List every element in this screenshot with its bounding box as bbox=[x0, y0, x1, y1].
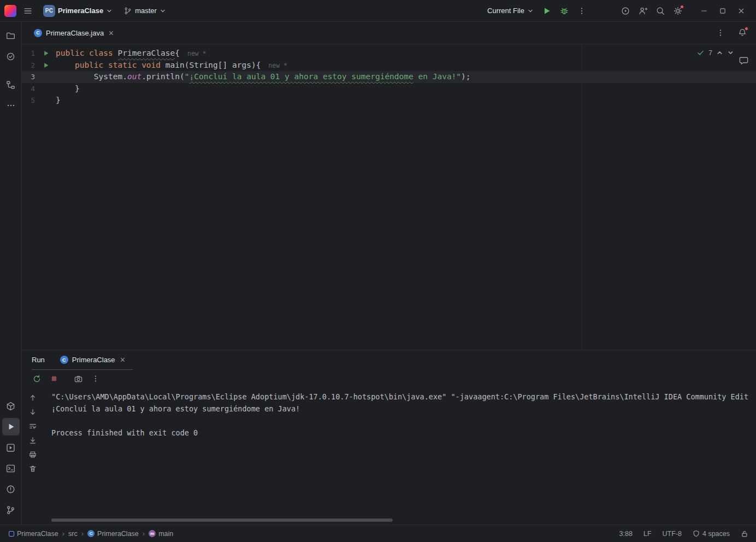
breadcrumb-label: PrimeraClase bbox=[97, 530, 139, 538]
problems-toolwindow-icon[interactable] bbox=[2, 480, 20, 498]
line-number: 3 bbox=[22, 71, 36, 83]
rerun-button[interactable] bbox=[28, 370, 45, 387]
breadcrumb-item[interactable]: src bbox=[68, 530, 78, 538]
console-tab-close-icon[interactable] bbox=[119, 356, 126, 363]
services-toolwindow-icon[interactable] bbox=[2, 439, 20, 456]
code-line[interactable]: 1public class PrimeraClase{new * bbox=[22, 48, 756, 60]
console-more-options-icon[interactable] bbox=[87, 370, 104, 387]
code-token: ); bbox=[461, 72, 470, 81]
project-avatar: PC bbox=[43, 5, 55, 17]
version-control-toolwindow-icon[interactable] bbox=[2, 501, 20, 519]
close-button[interactable] bbox=[732, 3, 751, 19]
caret-position-widget[interactable]: 3:88 bbox=[619, 530, 633, 538]
run-gutter-play-icon[interactable] bbox=[43, 62, 49, 68]
run-gutter-play-icon[interactable] bbox=[43, 50, 49, 56]
code-line[interactable]: 2 public static void main(String[] args)… bbox=[22, 60, 756, 72]
run-toolwindow-title[interactable]: Run bbox=[32, 356, 45, 364]
horizontal-scrollbar[interactable] bbox=[51, 519, 393, 522]
code-line[interactable]: 4 } bbox=[22, 83, 756, 95]
run-console-tab[interactable]: PrimeraClase bbox=[56, 350, 131, 370]
up-stack-trace-icon[interactable] bbox=[26, 391, 40, 405]
main-menu-button[interactable] bbox=[20, 3, 36, 19]
editor-wrapper: 1public class PrimeraClase{new *2 public… bbox=[22, 44, 756, 350]
encoding-widget[interactable]: UTF-8 bbox=[663, 530, 682, 538]
debug-button[interactable] bbox=[556, 3, 572, 19]
git-branch-widget[interactable]: master bbox=[120, 3, 170, 19]
code-line[interactable]: 3 System.out.println("¡Concluí la aula 0… bbox=[22, 71, 756, 83]
run-configuration-label: Current File bbox=[487, 7, 524, 15]
run-console-toolbar bbox=[22, 370, 756, 387]
code-text: } bbox=[56, 83, 80, 95]
ai-assistant-icon[interactable] bbox=[617, 3, 634, 19]
editor[interactable]: 1public class PrimeraClase{new *2 public… bbox=[22, 44, 756, 350]
project-icon bbox=[9, 531, 14, 537]
editor-tab-primeraclase[interactable]: PrimeraClase.java bbox=[28, 22, 120, 44]
settings-update-badge bbox=[680, 5, 684, 9]
soft-wrap-icon[interactable] bbox=[26, 419, 40, 433]
more-actions-button[interactable] bbox=[574, 3, 590, 19]
code-token: en Java!" bbox=[414, 72, 461, 81]
commit-toolwindow-icon[interactable] bbox=[2, 48, 20, 65]
titlebar-left: PC PrimeraClase master bbox=[4, 3, 170, 19]
run-line-gutter[interactable] bbox=[36, 48, 56, 60]
chevron-down-icon bbox=[106, 8, 113, 14]
run-line-gutter[interactable] bbox=[36, 60, 56, 72]
breadcrumb-item[interactable]: PrimeraClase bbox=[87, 530, 139, 538]
read-only-lock-icon[interactable] bbox=[741, 530, 748, 538]
next-problem-icon[interactable] bbox=[727, 49, 734, 56]
project-widget[interactable]: PC PrimeraClase bbox=[39, 3, 116, 19]
project-toolwindow-icon[interactable] bbox=[2, 27, 20, 44]
code-line[interactable]: 5} bbox=[22, 95, 756, 107]
more-toolwindows-icon[interactable] bbox=[2, 97, 20, 114]
git-branch-icon bbox=[123, 7, 132, 15]
tab-close-icon[interactable] bbox=[108, 30, 115, 37]
scroll-to-end-icon[interactable] bbox=[26, 433, 40, 447]
project-name: PrimeraClase bbox=[58, 7, 103, 15]
java-class-icon bbox=[34, 29, 42, 37]
settings-button[interactable] bbox=[670, 3, 686, 19]
minimize-button[interactable] bbox=[695, 3, 713, 19]
breadcrumb-separator: › bbox=[143, 529, 145, 538]
clear-console-icon[interactable] bbox=[26, 462, 40, 476]
line-separator-widget[interactable]: LF bbox=[643, 530, 652, 538]
left-toolwindow-bar bbox=[0, 22, 22, 525]
code-token: } bbox=[56, 96, 61, 104]
branch-name: master bbox=[135, 7, 157, 15]
code-token: } bbox=[56, 84, 80, 93]
breadcrumb-item[interactable]: main bbox=[149, 530, 173, 538]
notifications-bell-icon[interactable] bbox=[734, 25, 751, 41]
console-output[interactable]: "C:\Users\AMD\AppData\Local\Programs\Ecl… bbox=[44, 387, 756, 525]
thread-dump-camera-icon[interactable] bbox=[70, 370, 86, 387]
main-area: PrimeraClase.java 1public c bbox=[0, 22, 756, 525]
breadcrumb-label: main bbox=[158, 530, 173, 538]
editor-tab-title: PrimeraClase.java bbox=[46, 29, 104, 37]
breadcrumb-item[interactable]: PrimeraClase bbox=[9, 530, 58, 538]
structure-toolwindow-icon[interactable] bbox=[2, 76, 20, 93]
prev-problem-icon[interactable] bbox=[716, 49, 723, 56]
code-token: .println( bbox=[141, 72, 185, 81]
search-everywhere-button[interactable] bbox=[652, 3, 669, 19]
line-number: 2 bbox=[22, 60, 36, 72]
intellij-logo-icon bbox=[4, 5, 16, 17]
down-stack-trace-icon[interactable] bbox=[26, 405, 40, 419]
code-with-me-button[interactable] bbox=[635, 3, 651, 19]
ide-window: PC PrimeraClase master Current File bbox=[0, 0, 756, 542]
build-toolwindow-icon[interactable] bbox=[2, 397, 20, 415]
maximize-button[interactable] bbox=[713, 3, 732, 19]
run-configuration-selector[interactable]: Current File bbox=[483, 3, 538, 19]
terminal-toolwindow-icon[interactable] bbox=[2, 459, 20, 477]
inspections-widget[interactable]: 7 bbox=[696, 49, 734, 57]
code-text: public class PrimeraClase{new * bbox=[56, 48, 206, 60]
title-bar: PC PrimeraClase master Current File bbox=[0, 0, 756, 22]
stop-button[interactable] bbox=[46, 370, 62, 387]
run-toolwindow: Run PrimeraClase bbox=[22, 350, 756, 525]
indent-widget[interactable]: 4 spaces bbox=[693, 530, 730, 538]
run-button[interactable] bbox=[539, 3, 555, 19]
content-column: PrimeraClase.java 1public c bbox=[22, 22, 756, 525]
code-token: new * bbox=[187, 50, 206, 57]
run-toolwindow-icon[interactable] bbox=[2, 418, 20, 435]
ai-chat-toolwindow-icon[interactable] bbox=[735, 52, 752, 68]
code-token: main(String[] args){ bbox=[166, 61, 261, 69]
print-icon[interactable] bbox=[26, 447, 40, 462]
tab-options-icon[interactable] bbox=[712, 25, 729, 41]
